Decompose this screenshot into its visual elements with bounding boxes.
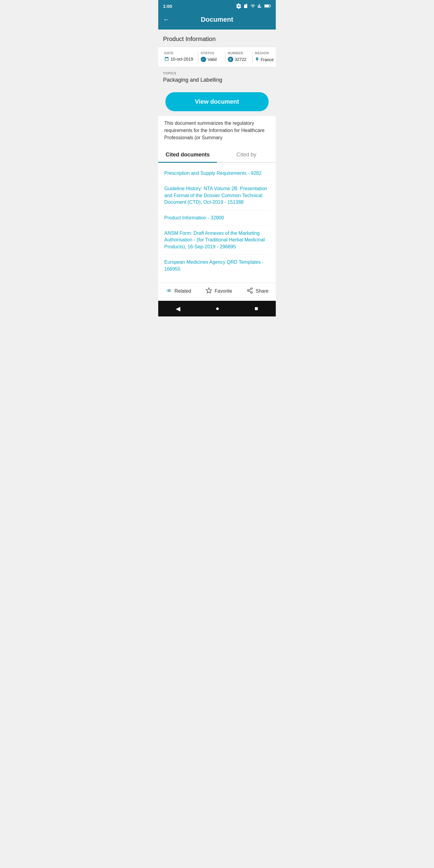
favorite-label: Favorite [215, 288, 232, 294]
share-label: Share [255, 288, 269, 294]
meta-number: NUMBER # 32722 [225, 51, 253, 63]
svg-line-7 [249, 289, 251, 290]
document-description: This document summarizes the regulatory … [158, 116, 276, 146]
product-info-title: Product Information [163, 36, 216, 42]
header-title: Document [201, 16, 233, 24]
favorite-icon [206, 287, 212, 296]
cited-item-1[interactable]: Guideline History: NTA Volume 2B: Presen… [164, 181, 270, 210]
cited-item-3[interactable]: ANSM Form: Draft Annexes of the Marketin… [164, 226, 270, 255]
calendar-icon [164, 57, 169, 61]
svg-rect-2 [265, 5, 269, 7]
status-icons [236, 3, 271, 9]
region-label: REGION [255, 51, 275, 55]
share-button[interactable]: Share [247, 287, 269, 296]
hash-icon: # [228, 57, 233, 62]
signal-icon [258, 4, 262, 8]
status-value: ✓ Valid [201, 57, 220, 62]
back-button[interactable]: ← [163, 16, 170, 24]
meta-row: DATE 10-oct-2019 STATUS ✓ Valid NUMBER #… [158, 47, 276, 67]
svg-rect-1 [270, 5, 271, 7]
meta-status: STATUS ✓ Valid [198, 51, 225, 63]
status-text: Valid [208, 57, 217, 62]
meta-date: DATE 10-oct-2019 [162, 51, 198, 63]
status-bar: 1:00 [158, 0, 276, 12]
nav-recents-icon[interactable]: ■ [254, 305, 258, 312]
related-label: Related [175, 288, 191, 294]
favorite-button[interactable]: Favorite [206, 287, 232, 296]
settings-icon [236, 3, 241, 9]
tabs-container: Cited documents Cited by [158, 146, 276, 163]
region-text: France [261, 57, 274, 62]
cited-item-2[interactable]: Product Information - 32800 [164, 210, 270, 226]
number-label: NUMBER [228, 51, 247, 55]
wifi-icon [250, 4, 256, 8]
svg-point-3 [251, 288, 253, 290]
svg-point-4 [247, 290, 249, 291]
date-value: 10-oct-2019 [164, 57, 193, 61]
sdcard-icon [243, 3, 248, 9]
topics-label: TOPICS [163, 71, 271, 75]
region-value: France [255, 57, 275, 63]
tab-cited-documents[interactable]: Cited documents [158, 146, 217, 162]
number-value: # 32722 [228, 57, 247, 62]
topics-section: TOPICS Packaging and Labelling [158, 67, 276, 87]
android-nav-bar: ◀ ● ■ [158, 301, 276, 316]
status-label: STATUS [201, 51, 220, 55]
battery-icon [264, 4, 271, 8]
topics-value: Packaging and Labelling [163, 77, 271, 83]
cited-documents-list: Prescription and Supply Requirements - 9… [158, 163, 276, 283]
location-icon [255, 57, 259, 63]
status-time: 1:00 [163, 4, 172, 9]
related-button[interactable]: Related [165, 288, 191, 295]
date-text: 10-oct-2019 [170, 57, 193, 61]
related-icon [165, 288, 172, 295]
tab-cited-by[interactable]: Cited by [217, 146, 276, 162]
check-icon: ✓ [201, 57, 206, 62]
cited-item-4[interactable]: European Medicines Agency QRD Templates … [164, 255, 270, 277]
meta-region: REGION France [253, 51, 276, 63]
svg-point-5 [251, 292, 253, 293]
description-text: This document summarizes the regulatory … [164, 121, 265, 140]
bottom-bar: Related Favorite Share [158, 283, 276, 301]
nav-home-icon[interactable]: ● [216, 305, 219, 312]
cited-item-0[interactable]: Prescription and Supply Requirements - 9… [164, 166, 270, 181]
view-document-button[interactable]: View document [165, 92, 269, 111]
date-label: DATE [164, 51, 193, 55]
svg-line-6 [249, 291, 251, 292]
share-icon [247, 287, 253, 296]
number-text: 32722 [235, 57, 247, 62]
app-header: ← Document [158, 12, 276, 30]
nav-back-icon[interactable]: ◀ [176, 305, 180, 312]
product-info-section: Product Information [158, 30, 276, 47]
